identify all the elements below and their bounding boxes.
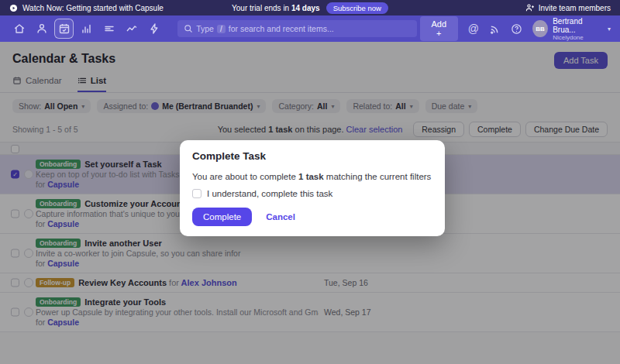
user-avatar: BB (532, 20, 548, 37)
complete-task-modal: Complete Task You are about to complete … (180, 140, 445, 236)
user-org: Nicelydone (553, 34, 603, 41)
modal-complete-button[interactable]: Complete (192, 208, 252, 226)
trial-banner: Watch Now: Getting started with Capsule … (0, 0, 620, 15)
understand-checkbox-row[interactable]: I understand, complete this task (192, 189, 432, 198)
search-input[interactable]: Type / for search and recent items... (177, 20, 417, 37)
pipeline-list-icon[interactable] (99, 19, 119, 39)
bar-chart-icon[interactable] (77, 19, 96, 39)
slash-key-hint: / (217, 25, 226, 33)
understand-checkbox[interactable] (192, 189, 202, 198)
search-icon (184, 24, 193, 33)
understand-label: I understand, complete this task (207, 189, 332, 198)
home-icon[interactable] (9, 19, 29, 39)
automation-zap-icon[interactable] (144, 19, 164, 39)
play-icon (9, 4, 18, 12)
invite-user-icon (525, 3, 535, 12)
modal-cancel-link[interactable]: Cancel (266, 212, 295, 221)
chevron-down-icon: ▾ (608, 26, 611, 33)
modal-title: Complete Task (192, 150, 432, 162)
add-button[interactable]: Add + (420, 16, 458, 41)
main-content: Calendar & Tasks Add Task CalendarList S… (0, 42, 620, 364)
help-icon[interactable] (511, 23, 522, 35)
subscribe-now-button[interactable]: Subscribe now (326, 2, 388, 14)
invite-team-members-button[interactable]: Invite team members (388, 3, 611, 12)
trial-countdown: Your trial ends in 14 days (232, 4, 320, 12)
main-navbar: Type / for search and recent items... Ad… (0, 15, 620, 42)
mentions-icon[interactable]: @ (468, 22, 479, 35)
watch-now-link[interactable]: Watch Now: Getting started with Capsule (22, 4, 164, 12)
people-icon[interactable] (32, 19, 51, 39)
calendar-tasks-icon[interactable] (54, 19, 74, 39)
user-menu[interactable]: BB Bertrand Brua... Nicelydone ▾ (532, 17, 611, 41)
modal-body: You are about to complete 1 task matchin… (192, 172, 432, 181)
user-name: Bertrand Brua... (553, 17, 603, 34)
broadcast-icon[interactable] (489, 23, 501, 35)
trend-icon[interactable] (122, 19, 141, 39)
